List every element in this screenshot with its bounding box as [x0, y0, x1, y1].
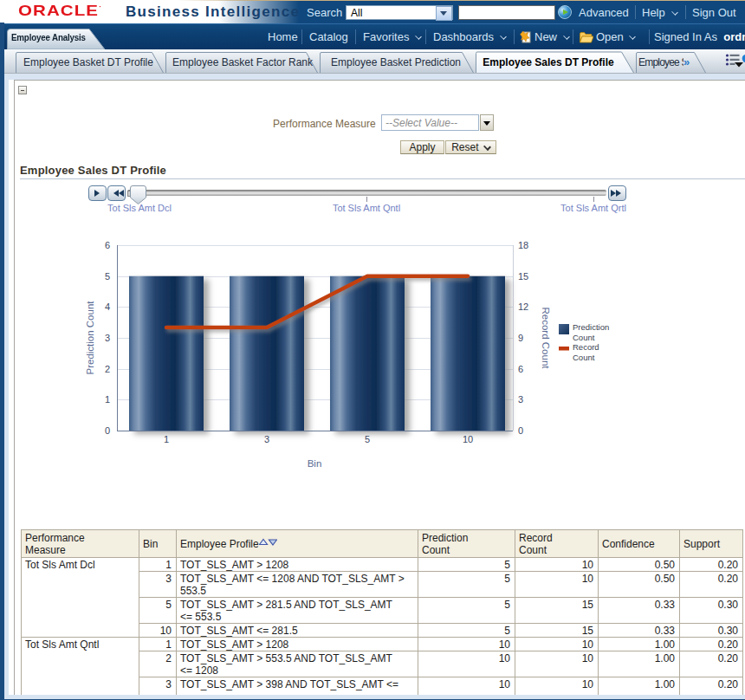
svg-text:Prediction Count: Prediction Count — [85, 301, 95, 375]
svg-text:5: 5 — [365, 434, 370, 444]
svg-text:5: 5 — [105, 271, 110, 282]
svg-text:Count: Count — [573, 333, 595, 342]
svg-text:Employee S: Employee S — [638, 56, 688, 68]
svg-text:1: 1 — [164, 434, 169, 444]
svg-text:1: 1 — [105, 394, 110, 405]
svg-text:18: 18 — [518, 240, 528, 250]
svg-text:6: 6 — [105, 240, 110, 250]
svg-text:Record: Record — [573, 342, 599, 352]
svg-text:Employee Basket Factor Rank: Employee Basket Factor Rank — [172, 56, 314, 68]
svg-text:10: 10 — [463, 434, 473, 444]
svg-text:4: 4 — [105, 301, 110, 312]
svg-text:3: 3 — [105, 333, 110, 343]
svg-text:Employee Basket DT Profile: Employee Basket DT Profile — [23, 56, 153, 68]
svg-text:Bin: Bin — [308, 458, 322, 469]
svg-text:6: 6 — [518, 364, 523, 374]
svg-text:2: 2 — [105, 364, 110, 374]
svg-text:Prediction: Prediction — [573, 322, 609, 332]
svg-text:0: 0 — [105, 425, 110, 436]
svg-text:9: 9 — [518, 333, 523, 343]
svg-text:Employee Sales DT Profile: Employee Sales DT Profile — [483, 56, 614, 68]
svg-text:3: 3 — [264, 434, 269, 444]
svg-text:Employee Basket Prediction: Employee Basket Prediction — [331, 56, 461, 68]
svg-text:15: 15 — [518, 271, 528, 282]
svg-text:Count: Count — [573, 353, 595, 362]
svg-text:0: 0 — [518, 425, 523, 436]
svg-text:3: 3 — [518, 394, 523, 405]
svg-text:»: » — [683, 55, 690, 68]
svg-text:12: 12 — [518, 301, 528, 312]
svg-text:Record Count: Record Count — [541, 308, 551, 370]
